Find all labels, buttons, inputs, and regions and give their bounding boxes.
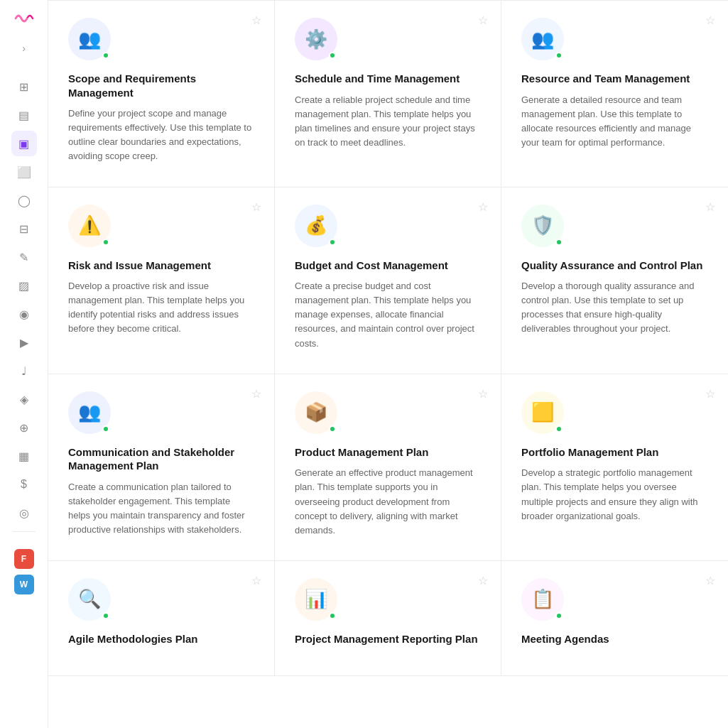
card-icon-wrap-portfolio: 🟨 bbox=[521, 391, 564, 434]
star-button-schedule[interactable]: ☆ bbox=[478, 13, 488, 27]
image-icon[interactable]: ⬜ bbox=[11, 159, 37, 185]
star-button-resource[interactable]: ☆ bbox=[705, 13, 715, 27]
status-dot-product bbox=[329, 425, 336, 433]
card-icon-wrap-budget: 💰 bbox=[295, 205, 337, 247]
card-risk[interactable]: ☆ ⚠️ Risk and Issue Management Develop a… bbox=[48, 188, 275, 374]
card-title-qa: Quality Assurance and Control Plan bbox=[521, 259, 708, 273]
chat-icon[interactable]: ◯ bbox=[11, 188, 37, 213]
card-icon-reporting: 📊 bbox=[305, 588, 327, 610]
star-button-communication[interactable]: ☆ bbox=[251, 387, 261, 401]
card-icon-product: 📦 bbox=[305, 401, 327, 423]
card-reporting[interactable]: ☆ 📊 Project Management Reporting Plan bbox=[275, 561, 501, 677]
dollar-icon[interactable]: $ bbox=[11, 472, 37, 497]
card-title-resource: Resource and Team Management bbox=[521, 72, 708, 86]
card-budget[interactable]: ☆ 💰 Budget and Cost Management Create a … bbox=[275, 188, 501, 374]
card-icon-communication: 👥 bbox=[78, 401, 101, 423]
card-icon-wrap-resource: 👥 bbox=[521, 18, 564, 60]
mic-icon[interactable]: ♩ bbox=[11, 358, 37, 384]
card-title-reporting: Project Management Reporting Plan bbox=[295, 632, 481, 646]
terminal-icon[interactable]: ▶ bbox=[11, 330, 37, 355]
document-icon[interactable]: ▣ bbox=[11, 131, 37, 156]
card-portfolio[interactable]: ☆ 🟨 Portfolio Management Plan Develop a … bbox=[501, 374, 728, 561]
card-product[interactable]: ☆ 📦 Product Management Plan Generate an … bbox=[275, 374, 501, 561]
status-dot-risk bbox=[102, 239, 109, 246]
card-desc-schedule: Create a reliable project schedule and t… bbox=[295, 93, 481, 151]
card-icon-wrap-schedule: ⚙️ bbox=[295, 18, 337, 60]
status-dot-agile bbox=[102, 612, 109, 619]
card-icon-schedule: ⚙️ bbox=[305, 28, 327, 50]
card-icon-wrap-qa: 🛡️ bbox=[521, 205, 564, 247]
card-title-portfolio: Portfolio Management Plan bbox=[521, 445, 708, 460]
link-w-avatar[interactable]: W bbox=[14, 575, 34, 594]
star-button-reporting[interactable]: ☆ bbox=[478, 574, 488, 587]
card-icon-portfolio: 🟨 bbox=[531, 401, 554, 423]
app-logo[interactable] bbox=[13, 11, 36, 28]
status-dot-qa bbox=[555, 239, 563, 246]
grid-icon[interactable]: ⊞ bbox=[11, 74, 37, 99]
card-desc-qa: Develop a thorough quality assurance and… bbox=[521, 279, 708, 337]
star-button-risk[interactable]: ☆ bbox=[251, 200, 261, 214]
card-icon-wrap-product: 📦 bbox=[295, 391, 337, 434]
card-desc-risk: Develop a proactive risk and issue manag… bbox=[68, 279, 254, 337]
main-content: ☆ 👥 Scope and Requirements Management De… bbox=[48, 0, 728, 728]
layers-icon[interactable]: ▤ bbox=[11, 102, 37, 128]
card-title-meetings: Meeting Agendas bbox=[521, 632, 708, 646]
link-f-avatar[interactable]: F bbox=[14, 549, 34, 569]
status-dot-communication bbox=[102, 425, 109, 433]
card-scope[interactable]: ☆ 👥 Scope and Requirements Management De… bbox=[48, 1, 275, 188]
card-title-budget: Budget and Cost Management bbox=[295, 259, 481, 273]
status-dot-schedule bbox=[329, 52, 336, 59]
star-button-product[interactable]: ☆ bbox=[478, 387, 488, 401]
card-icon-qa: 🛡️ bbox=[531, 214, 554, 237]
card-resource[interactable]: ☆ 👥 Resource and Team Management Generat… bbox=[501, 1, 728, 188]
settings-icon[interactable]: ◎ bbox=[11, 500, 37, 526]
card-schedule[interactable]: ☆ ⚙️ Schedule and Time Management Create… bbox=[275, 1, 501, 188]
status-dot-resource bbox=[555, 52, 563, 59]
star-button-meetings[interactable]: ☆ bbox=[705, 574, 715, 587]
gallery-icon[interactable]: ▨ bbox=[11, 273, 37, 298]
card-desc-budget: Create a precise budget and cost managem… bbox=[295, 279, 481, 351]
star-button-portfolio[interactable]: ☆ bbox=[705, 387, 715, 401]
card-desc-product: Generate an effective product management… bbox=[295, 466, 481, 538]
card-communication[interactable]: ☆ 👥 Communication and Stakeholder Manage… bbox=[48, 374, 275, 561]
card-desc-communication: Create a communication plan tailored to … bbox=[68, 480, 254, 538]
star-button-scope[interactable]: ☆ bbox=[251, 13, 261, 27]
card-meetings[interactable]: ☆ 📋 Meeting Agendas bbox=[501, 561, 728, 677]
card-title-scope: Scope and Requirements Management bbox=[68, 72, 254, 99]
card-icon-wrap-risk: ⚠️ bbox=[68, 205, 111, 247]
card-icon-scope: 👥 bbox=[78, 28, 101, 50]
card-title-communication: Communication and Stakeholder Management… bbox=[68, 445, 254, 473]
card-title-agile: Agile Methodologies Plan bbox=[68, 632, 254, 646]
list-icon[interactable]: ⊟ bbox=[11, 216, 37, 241]
card-icon-wrap-reporting: 📊 bbox=[295, 578, 337, 621]
card-icon-risk: ⚠️ bbox=[78, 214, 101, 237]
person-add-icon[interactable]: ⊕ bbox=[11, 415, 37, 440]
status-dot-budget bbox=[329, 239, 336, 246]
sidebar-toggle[interactable]: › bbox=[22, 43, 26, 54]
card-title-risk: Risk and Issue Management bbox=[68, 259, 254, 273]
status-dot-scope bbox=[102, 52, 109, 59]
card-desc-scope: Define your project scope and manage req… bbox=[68, 107, 254, 164]
comment-icon[interactable]: ◉ bbox=[11, 301, 37, 327]
status-dot-portfolio bbox=[555, 425, 563, 433]
speaker-icon[interactable]: ◈ bbox=[11, 386, 37, 412]
card-icon-wrap-agile: 🔍 bbox=[68, 578, 111, 621]
status-dot-meetings bbox=[555, 612, 563, 619]
card-qa[interactable]: ☆ 🛡️ Quality Assurance and Control Plan … bbox=[501, 188, 728, 374]
cards-grid: ☆ 👥 Scope and Requirements Management De… bbox=[48, 0, 728, 676]
card-icon-resource: 👥 bbox=[531, 28, 554, 50]
divider bbox=[13, 531, 36, 532]
card-icon-meetings: 📋 bbox=[531, 588, 554, 610]
edit-icon[interactable]: ✎ bbox=[11, 244, 37, 270]
card-icon-agile: 🔍 bbox=[78, 588, 101, 610]
star-button-agile[interactable]: ☆ bbox=[251, 574, 261, 587]
status-dot-reporting bbox=[329, 612, 336, 619]
card-icon-budget: 💰 bbox=[305, 214, 327, 237]
chart-icon[interactable]: ▦ bbox=[11, 443, 37, 469]
card-agile[interactable]: ☆ 🔍 Agile Methodologies Plan bbox=[48, 561, 275, 677]
card-title-schedule: Schedule and Time Management bbox=[295, 72, 481, 86]
card-desc-portfolio: Develop a strategic portfolio management… bbox=[521, 466, 708, 523]
card-icon-wrap-meetings: 📋 bbox=[521, 578, 564, 621]
star-button-budget[interactable]: ☆ bbox=[478, 200, 488, 214]
star-button-qa[interactable]: ☆ bbox=[705, 200, 715, 214]
